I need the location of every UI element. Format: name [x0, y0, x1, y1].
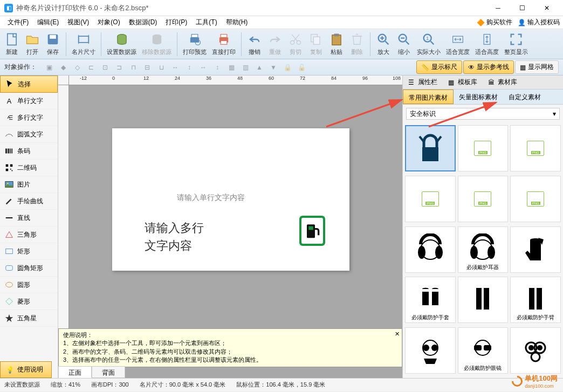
- material-item[interactable]: PNG: [405, 176, 456, 222]
- actual-size-button[interactable]: 1实际大小: [415, 31, 443, 57]
- material-item[interactable]: PNG: [510, 125, 561, 171]
- op-dist-v-icon[interactable]: ↕: [183, 61, 195, 73]
- tool-star[interactable]: 五角星: [0, 310, 58, 327]
- menu-file[interactable]: 文件(F): [3, 16, 33, 29]
- tab-templates[interactable]: ▦模板库: [443, 75, 483, 89]
- menu-datasource[interactable]: 数据源(D): [125, 16, 162, 29]
- op-layer2-icon[interactable]: ◇: [71, 61, 83, 73]
- close-help-button[interactable]: ✕: [395, 330, 400, 338]
- menu-edit[interactable]: 编辑(E): [33, 16, 63, 29]
- op-unlock-icon[interactable]: 🔓: [296, 61, 307, 73]
- tool-round-rect[interactable]: 圆角矩形: [0, 260, 58, 277]
- ruler-horizontal[interactable]: -12 0 12 24 36 48 60 72 84 96 108: [69, 75, 402, 85]
- tool-diamond[interactable]: 菱形: [0, 293, 58, 310]
- tool-select[interactable]: 选择: [0, 75, 58, 93]
- fit-page-button[interactable]: 整页显示: [502, 31, 530, 57]
- material-item-gloves2[interactable]: 必须戴防护手套: [405, 277, 456, 323]
- op-layer-icon[interactable]: ◆: [57, 61, 69, 73]
- subtab-custom[interactable]: 自定义素材: [503, 90, 546, 104]
- op-group-icon2[interactable]: ▦: [225, 61, 237, 73]
- gas-station-image[interactable]: [299, 216, 325, 246]
- material-item-mask[interactable]: [510, 327, 561, 374]
- material-item-lock[interactable]: [405, 125, 456, 171]
- material-item-gloves-long[interactable]: [458, 277, 509, 323]
- tab-properties[interactable]: ☰属性栏: [403, 75, 443, 89]
- menu-object[interactable]: 对象(O): [93, 16, 124, 29]
- op-align-top-icon[interactable]: ⊓: [127, 61, 139, 73]
- op-align-right-icon[interactable]: ⊐: [113, 61, 125, 73]
- material-item[interactable]: PNG: [458, 125, 509, 171]
- print-preview-button[interactable]: 打印预览: [181, 31, 209, 57]
- material-item[interactable]: PNG: [510, 176, 561, 222]
- op-align-center-icon[interactable]: ⊡: [99, 61, 111, 73]
- tool-qrcode[interactable]: 二维码: [0, 160, 58, 176]
- zoom-in-button[interactable]: 放大: [374, 31, 393, 57]
- save-button[interactable]: 保存: [43, 31, 63, 57]
- op-dist-h-icon[interactable]: ↔: [169, 61, 181, 73]
- op-same-w-icon[interactable]: ↔: [197, 61, 209, 73]
- material-item-ear-protect[interactable]: 必须戴护耳器: [458, 226, 509, 273]
- card-size-button[interactable]: 名片尺寸: [70, 31, 98, 57]
- tab-materials[interactable]: 🏛素材库: [483, 75, 523, 89]
- buy-link[interactable]: 🔶购买软件: [477, 18, 512, 27]
- menu-tools[interactable]: 工具(T): [191, 16, 221, 29]
- fit-width-button[interactable]: 适合宽度: [444, 31, 472, 57]
- op-ungroup-icon[interactable]: ▥: [239, 61, 251, 73]
- undo-button[interactable]: 撤销: [245, 31, 264, 57]
- show-guides-toggle[interactable]: 👁显示参考线: [463, 60, 514, 74]
- tool-triangle[interactable]: 三角形: [0, 226, 58, 243]
- redo-button[interactable]: 重做: [265, 31, 285, 57]
- zoom-out-button[interactable]: 缩小: [394, 31, 414, 57]
- paste-button[interactable]: 粘贴: [327, 31, 346, 57]
- menu-view[interactable]: 视图(V): [63, 16, 93, 29]
- op-align-bot-icon[interactable]: ⊔: [155, 61, 167, 73]
- subtab-common-images[interactable]: 常用图片素材: [403, 90, 454, 104]
- op-align-left-icon[interactable]: ⊏: [85, 61, 97, 73]
- cut-button[interactable]: 剪切: [286, 31, 305, 57]
- material-item-earmuffs[interactable]: [405, 226, 456, 273]
- subtab-vector-icons[interactable]: 矢量图标素材: [454, 90, 503, 104]
- card-canvas[interactable]: 请输入单行文字内容 请输入多行 文字内容: [112, 128, 349, 271]
- close-button[interactable]: ✕: [534, 0, 559, 16]
- help-button[interactable]: 💡使用说明: [0, 361, 52, 378]
- tool-freehand[interactable]: 手绘曲线: [0, 193, 58, 210]
- license-link[interactable]: 👤输入授权码: [518, 18, 560, 27]
- new-button[interactable]: 新建: [2, 31, 22, 57]
- tool-image[interactable]: 图片: [0, 176, 58, 193]
- show-ruler-toggle[interactable]: 📏显示标尺: [416, 60, 462, 74]
- minimize-button[interactable]: ─: [486, 0, 510, 16]
- delete-button[interactable]: 删除: [347, 31, 367, 57]
- tool-rect[interactable]: 矩形: [0, 243, 58, 260]
- tab-back[interactable]: 背面: [92, 366, 125, 378]
- op-front-icon[interactable]: ▲: [253, 61, 265, 73]
- fit-height-button[interactable]: 适合高度: [473, 31, 501, 57]
- tool-multi-text[interactable]: A多行文字: [0, 109, 58, 126]
- single-text-element[interactable]: 请输入单行文字内容: [177, 193, 245, 203]
- set-datasource-button[interactable]: 设置数据源: [105, 31, 139, 57]
- tool-barcode[interactable]: 条码: [0, 143, 58, 160]
- open-button[interactable]: 打开: [23, 31, 42, 57]
- op-same-h-icon[interactable]: ↕: [211, 61, 223, 73]
- multi-text-element[interactable]: 请输入多行 文字内容: [145, 219, 204, 255]
- menu-print[interactable]: 打印(P): [161, 16, 191, 29]
- op-group-icon[interactable]: ▣: [43, 61, 55, 73]
- tool-circle[interactable]: 圆形: [0, 277, 58, 293]
- maximize-button[interactable]: ☐: [510, 0, 534, 16]
- copy-button[interactable]: 复制: [306, 31, 326, 57]
- show-grid-toggle[interactable]: ▦显示网格: [515, 60, 559, 74]
- menu-help[interactable]: 帮助(H): [222, 16, 252, 29]
- material-item-arm-guard[interactable]: 必须戴防护手臂: [510, 277, 561, 323]
- print-button[interactable]: 直接打印: [210, 31, 238, 57]
- material-item-gloves[interactable]: [510, 226, 561, 273]
- op-back-icon[interactable]: ▼: [267, 61, 279, 73]
- remove-datasource-button[interactable]: 移除数据源: [140, 31, 174, 57]
- tool-single-text[interactable]: A单行文字: [0, 93, 58, 109]
- tab-front[interactable]: 正面: [58, 366, 92, 378]
- material-item[interactable]: PNG: [458, 176, 509, 222]
- material-item-eye-protect[interactable]: 必须戴防护眼镜: [458, 327, 509, 374]
- tool-arc-text[interactable]: 圆弧文字: [0, 126, 58, 143]
- op-lock-icon[interactable]: 🔒: [282, 61, 293, 73]
- material-item-goggles[interactable]: [405, 327, 456, 374]
- category-dropdown[interactable]: 安全标识 ▾: [406, 108, 560, 120]
- tool-line[interactable]: 直线: [0, 210, 58, 226]
